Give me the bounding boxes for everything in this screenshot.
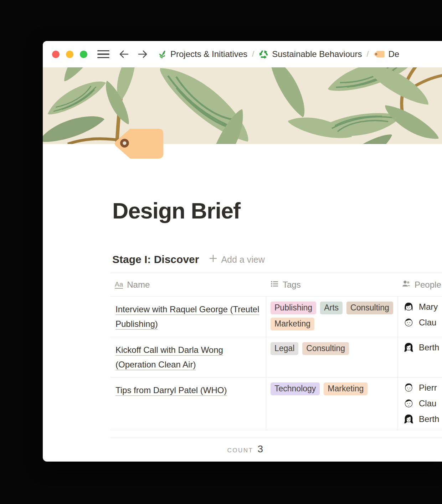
column-header-tags[interactable]: Tags <box>266 273 397 296</box>
person: Pierr <box>403 382 442 393</box>
woman-bob-avatar <box>403 301 414 312</box>
minimize-button[interactable] <box>66 51 73 58</box>
people-icon <box>402 279 411 290</box>
table-row: Kickoff Call with Darla Wong (Operation … <box>110 337 442 377</box>
herb-icon <box>157 50 167 59</box>
close-button[interactable] <box>52 51 60 58</box>
database-table: Aa Name Tags <box>110 273 442 430</box>
sidebar-menu-icon[interactable] <box>97 50 109 59</box>
person-name: Berth <box>419 414 439 424</box>
tag-arts: Arts <box>320 302 343 314</box>
person-name: Clau <box>419 318 436 328</box>
page-content: Design Brief Stage I: Discover Add a vie… <box>43 198 442 455</box>
breadcrumb-separator: / <box>366 50 369 59</box>
page-link[interactable]: Interview with Raquel George (Treutel Pu… <box>115 304 259 329</box>
woman-wavy-avatar <box>403 342 414 353</box>
window-controls <box>52 51 87 58</box>
column-label: Tags <box>283 280 301 290</box>
column-header-people[interactable]: People <box>397 273 442 296</box>
table-row: Interview with Raquel George (Treutel Pu… <box>110 297 442 337</box>
table-header-row: Aa Name Tags <box>110 273 442 297</box>
back-arrow-icon[interactable] <box>119 49 129 59</box>
app-window: Projects & Initiatives / Sustainable Beh… <box>43 41 442 462</box>
person: Mary <box>403 301 442 312</box>
tag-icon <box>374 50 385 58</box>
man-short-avatar <box>403 317 414 328</box>
toolbar: Projects & Initiatives / Sustainable Beh… <box>43 41 442 67</box>
people-cell[interactable]: Pierr Clau <box>397 377 442 430</box>
man-short-avatar <box>403 398 414 409</box>
person-name: Pierr <box>419 383 437 393</box>
text-type-icon: Aa <box>115 281 123 289</box>
page-title[interactable]: Design Brief <box>112 198 442 223</box>
name-cell: Kickoff Call with Darla Wong (Operation … <box>110 337 266 377</box>
woman-wavy-avatar <box>403 413 414 425</box>
table-row: Tips from Darryl Patel (WHO) Technology … <box>110 377 442 430</box>
recycle-icon <box>259 50 268 59</box>
count-value: 3 <box>257 443 263 455</box>
person-name: Mary <box>419 302 438 312</box>
add-view-button[interactable]: Add a view <box>209 254 264 265</box>
people-cell[interactable]: Berth <box>397 337 442 377</box>
tags-cell[interactable]: Legal Consulting <box>266 337 397 377</box>
breadcrumb-item-projects[interactable]: Projects & Initiatives <box>157 49 247 59</box>
tag-marketing: Marketing <box>324 382 368 395</box>
plus-icon <box>209 254 217 265</box>
person-name: Berth <box>419 343 439 353</box>
breadcrumb-label: De <box>389 49 400 59</box>
count-label: COUNT <box>227 447 253 454</box>
breadcrumb-separator: / <box>251 50 255 59</box>
person-name: Clau <box>419 398 436 408</box>
person: Clau <box>403 398 442 409</box>
tags-cell[interactable]: Publishing Arts Consulting Marketing <box>266 297 397 337</box>
breadcrumb-item-sustainable-behaviours[interactable]: Sustainable Behaviours <box>259 49 362 59</box>
page-link[interactable]: Kickoff Call with Darla Wong (Operation … <box>115 345 223 369</box>
tag-publishing: Publishing <box>271 302 316 314</box>
tag-consulting: Consulting <box>346 302 393 314</box>
page-icon-tag[interactable] <box>113 128 166 160</box>
page-link[interactable]: Tips from Darryl Patel (WHO) <box>115 385 227 395</box>
forward-arrow-icon[interactable] <box>137 49 148 59</box>
page-cover-image <box>43 67 442 144</box>
name-cell: Tips from Darryl Patel (WHO) <box>110 377 266 430</box>
people-cell[interactable]: Mary Clau <box>397 297 442 337</box>
add-view-label: Add a view <box>221 254 264 265</box>
tag-marketing: Marketing <box>271 318 314 330</box>
person: Clau <box>403 317 442 328</box>
breadcrumb-label: Sustainable Behaviours <box>272 49 362 59</box>
breadcrumb-item-design-brief[interactable]: De <box>374 49 400 59</box>
zoom-button[interactable] <box>80 51 87 58</box>
breadcrumb: Projects & Initiatives / Sustainable Beh… <box>157 49 399 59</box>
person: Berth <box>403 342 442 353</box>
person: Berth <box>403 413 442 425</box>
column-label: Name <box>127 280 150 290</box>
tags-cell[interactable]: Technology Marketing <box>266 377 397 430</box>
list-icon <box>270 279 279 290</box>
view-tab-stage-1-discover[interactable]: Stage I: Discover <box>112 253 199 266</box>
name-cell: Interview with Raquel George (Treutel Pu… <box>110 297 266 337</box>
tag-technology: Technology <box>271 382 320 395</box>
column-label: People <box>415 280 441 290</box>
man-swept-avatar <box>403 382 414 393</box>
column-header-name[interactable]: Aa Name <box>110 273 266 296</box>
tag-legal: Legal <box>271 342 298 355</box>
breadcrumb-label: Projects & Initiatives <box>170 49 247 59</box>
tag-consulting: Consulting <box>302 342 349 355</box>
table-footer-count[interactable]: COUNT 3 <box>110 438 266 455</box>
new-row-button[interactable] <box>110 430 442 438</box>
